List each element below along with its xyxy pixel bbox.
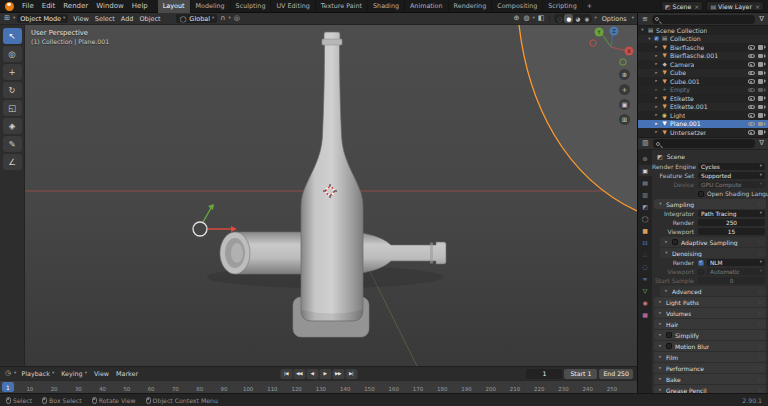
3d-viewport[interactable]: X Y Z User Perspective (1) Collection | …	[25, 25, 637, 366]
tab-tool-tab[interactable]: ⊚	[639, 153, 652, 164]
tab-scene-tab[interactable]: ◩	[639, 201, 652, 212]
number-field-render[interactable]: 250	[698, 219, 765, 226]
disclosure-triangle-icon[interactable]: ▸	[654, 54, 659, 59]
xray-toggle-icon[interactable]: ◧	[537, 15, 546, 22]
unlink-scene-button[interactable]: ×	[693, 3, 699, 10]
outliner-item-etikette-001[interactable]: ▸▼Etikette.001	[638, 103, 768, 112]
outliner-item-cube[interactable]: ▸▼Cube	[638, 69, 768, 78]
hide-in-viewport-toggle-icon[interactable]	[748, 79, 755, 84]
properties-search-input[interactable]	[653, 139, 756, 148]
filter-icon[interactable]: ∇	[758, 140, 765, 147]
remove-view-layer-button[interactable]: ×	[754, 3, 760, 10]
disclosure-triangle-icon[interactable]: ▸	[654, 130, 659, 135]
checkbox[interactable]	[666, 343, 672, 349]
checkbox[interactable]	[672, 239, 678, 245]
dropdown-feature-set[interactable]: Supported▾	[698, 172, 765, 179]
disable-in-render-toggle-icon[interactable]	[758, 105, 764, 110]
section-header-film[interactable]: ▸Film∷	[654, 352, 766, 362]
workspace-tab-compositing[interactable]: Compositing	[492, 0, 543, 13]
workspace-tab-sculpting[interactable]: Sculpting	[231, 0, 272, 13]
current-frame-field[interactable]: 1	[526, 369, 562, 379]
disclosure-triangle-icon[interactable]: ▸	[654, 113, 659, 118]
disclosure-triangle-icon[interactable]: ▸	[654, 122, 659, 127]
overlays-toggle-icon[interactable]: ◍	[522, 15, 530, 22]
mode-dropdown[interactable]: Object Mode ▾	[17, 14, 68, 23]
toggle-ortho-icon[interactable]: ⊞	[619, 114, 630, 125]
disclosure-triangle-icon[interactable]: ▸	[654, 79, 659, 84]
blender-logo-icon[interactable]	[5, 2, 14, 11]
disclosure-triangle-icon[interactable]: ▸	[654, 96, 659, 101]
jump-to-start-button[interactable]: |◀	[280, 369, 292, 379]
zoom-icon[interactable]: ⊕	[619, 69, 630, 80]
disable-in-render-toggle-icon[interactable]	[758, 79, 764, 84]
disclosure-triangle-icon[interactable]: ▸	[654, 62, 659, 67]
transform-tool[interactable]: ◈	[3, 118, 22, 134]
dropdown-render-engine[interactable]: Cycles▾	[698, 163, 765, 170]
dropdown-render[interactable]: NLM▾	[707, 259, 765, 266]
outliner-item-camera[interactable]: ▸◆Camera	[638, 60, 768, 69]
tab-render-tab[interactable]: ▣	[639, 165, 652, 176]
select-box-tool[interactable]: ↖	[3, 28, 22, 44]
menu-help[interactable]: Help	[128, 2, 152, 10]
hide-in-viewport-toggle-icon[interactable]	[748, 71, 755, 76]
checkbox[interactable]	[666, 332, 672, 338]
scene-selector[interactable]: ◩ Scene ×	[661, 1, 704, 11]
timeline-menu-marker[interactable]: Marker	[113, 370, 141, 378]
workspace-tab-animation[interactable]: Animation	[405, 0, 449, 13]
section-header-bake[interactable]: ▸Bake∷	[654, 374, 766, 384]
camera-view-icon[interactable]: ▣	[619, 99, 630, 110]
outliner-item-collection[interactable]: ▾✓▤Collection	[638, 35, 768, 44]
disable-in-render-toggle-icon[interactable]	[758, 96, 764, 101]
workspace-tab-rendering[interactable]: Rendering	[449, 0, 493, 13]
disable-in-render-toggle-icon[interactable]	[758, 122, 764, 127]
wireframe-shading-icon[interactable]: ◌	[555, 14, 564, 23]
move-tool[interactable]: +	[3, 64, 22, 80]
rendered-shading-icon[interactable]: ◉	[582, 14, 591, 23]
disclosure-triangle-icon[interactable]: ▾	[640, 28, 645, 33]
workspace-tab-layout[interactable]: Layout	[158, 0, 191, 13]
start-frame-field[interactable]: Start 1	[564, 369, 597, 379]
measure-tool[interactable]: ∠	[3, 154, 22, 170]
annotate-tool[interactable]: ✎	[3, 136, 22, 152]
menu-edit[interactable]: Edit	[38, 2, 60, 10]
hide-in-viewport-toggle-icon[interactable]	[748, 113, 755, 118]
properties-editor-icon[interactable]: ▥	[641, 140, 650, 147]
disable-in-render-toggle-icon[interactable]	[758, 62, 764, 67]
dropdown-integrator[interactable]: Path Tracing▾	[698, 210, 765, 217]
menu-file[interactable]: File	[18, 2, 38, 10]
filter-icon[interactable]: ∇	[758, 16, 765, 23]
outliner-item-bierflasche[interactable]: ▸▼Bierflasche	[638, 43, 768, 52]
workspace-tab-shading[interactable]: Shading	[368, 0, 405, 13]
snap-magnet-icon[interactable]: ∩	[219, 15, 226, 22]
cursor-tool[interactable]: ◎	[3, 46, 22, 62]
editor-type-button[interactable]: ⊞	[3, 15, 11, 22]
add-workspace-button[interactable]: +	[583, 0, 596, 13]
rotate-tool[interactable]: ↻	[3, 82, 22, 98]
disclosure-triangle-icon[interactable]: ▸	[654, 45, 659, 50]
disclosure-triangle-icon[interactable]: ▸	[654, 88, 659, 93]
solid-shading-icon[interactable]: ●	[564, 14, 573, 23]
outliner-item-cube-001[interactable]: ▸▼Cube.001	[638, 77, 768, 86]
number-field-start-sample[interactable]: 0	[698, 277, 765, 284]
outliner-item-untersetzer[interactable]: ▸▼Untersetzer	[638, 128, 768, 137]
tab-constraints-tab[interactable]: ∞	[639, 273, 652, 284]
disable-in-render-toggle-icon[interactable]	[758, 54, 764, 59]
disable-in-render-toggle-icon[interactable]	[758, 45, 764, 50]
outliner-search-input[interactable]	[652, 15, 755, 24]
viewport-menu-select[interactable]: Select	[92, 15, 118, 23]
playhead[interactable]: 1	[2, 382, 14, 392]
play-reverse-button[interactable]: ◀	[306, 369, 318, 379]
view-layer-selector[interactable]: ▤ View Layer ×	[706, 1, 764, 11]
section-header-simplify[interactable]: ▸Simplify∷	[654, 330, 766, 340]
collection-checkbox[interactable]: ✓	[654, 36, 659, 41]
tab-modifiers-tab[interactable]: ⊡	[639, 237, 652, 248]
hide-in-viewport-toggle-icon[interactable]	[748, 130, 755, 135]
viewport-menu-object[interactable]: Object	[136, 15, 163, 23]
dropdown-viewport[interactable]: Automatic▾	[707, 268, 765, 275]
hide-in-viewport-toggle-icon[interactable]	[748, 105, 755, 110]
outliner-item-light[interactable]: ▸◉Light	[638, 111, 768, 120]
tab-object-tab[interactable]: ■	[639, 225, 652, 236]
tab-object-data-tab[interactable]: ▽	[639, 285, 652, 296]
section-header-grease-pencil[interactable]: ▸Grease Pencil∷	[654, 385, 766, 393]
section-header-adaptive-sampling[interactable]: ▸Adaptive Sampling∷	[660, 237, 766, 247]
